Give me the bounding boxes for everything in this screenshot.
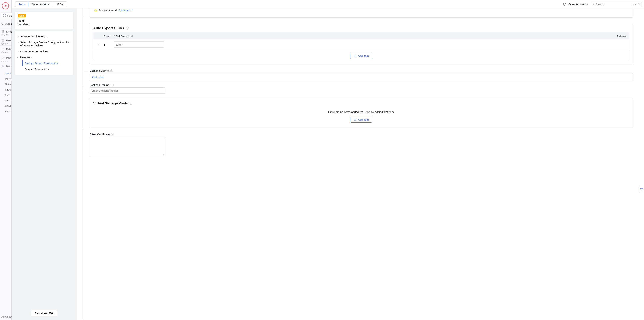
search-close-button[interactable] [638, 3, 640, 6]
bg-nav-item: Secr [5, 99, 11, 102]
nav-new-item[interactable]: New Item [16, 54, 72, 60]
info-icon[interactable]: i [126, 27, 129, 29]
grid-icon [3, 14, 6, 17]
add-item-label: Add Item [358, 54, 369, 57]
bg-section-label: Man [6, 65, 11, 68]
cancel-and-exit-button[interactable]: Cancel and Exit [31, 310, 57, 317]
bg-advanced-link: Advanced [2, 315, 13, 318]
add-pool-item-button[interactable]: Add Item [350, 117, 372, 123]
wrench-icon [2, 65, 5, 68]
backend-region-label: Backend Regioni [90, 83, 633, 86]
search-prev-button[interactable] [632, 3, 634, 6]
bg-section-sub: Site M [2, 34, 12, 36]
drag-icon [96, 43, 99, 46]
bg-selector-label: Sele [7, 14, 12, 17]
bg-section-sub: Overv [2, 60, 11, 62]
context-card: Edit Fleet greg-fleet [15, 11, 73, 29]
search-input[interactable] [596, 2, 630, 6]
bg-nav-item: Firew [5, 88, 11, 91]
svg-point-13 [3, 57, 4, 58]
svg-line-12 [3, 48, 4, 49]
virtual-storage-pools-panel: Virtual Storage Poolsi There are no item… [89, 98, 633, 128]
client-certificate-textarea[interactable] [89, 137, 165, 157]
empty-state-text: There are no items added yet. Start by a… [93, 108, 630, 114]
form-canvas: Not configured Configure Auto Export CID… [76, 8, 644, 320]
svg-line-15 [594, 4, 594, 5]
tab-json[interactable]: JSON [53, 1, 67, 7]
auto-export-cidrs-title: Auto Export CIDRsi [93, 26, 630, 30]
bg-nav-item: Site I [5, 72, 11, 75]
svg-rect-8 [4, 39, 4, 40]
svg-point-14 [593, 3, 594, 4]
globe-icon [2, 30, 5, 33]
nav-storage-configuration[interactable]: Storage Configuration [16, 33, 72, 39]
bg-nav-items: Site I Mana Netw Firew Exte Secr Servi A… [0, 72, 11, 113]
nav-storage-device-parameters[interactable]: Storage Device Parameters [22, 60, 72, 66]
svg-rect-7 [2, 39, 3, 40]
nav-list-of-storage-devices[interactable]: List of Storage Devices [16, 48, 72, 54]
chevron-right-icon [131, 9, 133, 11]
drag-handle[interactable] [96, 43, 104, 46]
svg-point-21 [98, 44, 98, 45]
reset-icon [563, 3, 566, 6]
col-prefix: *IPv4 Prefix List [114, 35, 610, 37]
tab-documentation[interactable]: Documentation [28, 1, 53, 7]
not-configured-label: Not configured [99, 9, 117, 12]
context-object-type: Fleet [18, 19, 70, 22]
search-icon [592, 3, 594, 6]
edit-badge: Edit [18, 14, 26, 17]
search-next-button[interactable] [635, 3, 637, 6]
configure-link[interactable]: Configure [118, 9, 133, 12]
context-object-name: greg-fleet [18, 23, 70, 26]
bg-section-label: Exte [6, 48, 12, 50]
plus-circle-icon [354, 54, 356, 57]
bg-section-label: Flee [6, 39, 11, 42]
svg-rect-1 [5, 14, 6, 15]
col-order: Order [104, 35, 114, 37]
bg-section-label: Man [6, 56, 11, 59]
svg-rect-2 [3, 16, 4, 17]
table-row: 1 [93, 39, 629, 50]
backend-region-input[interactable] [89, 87, 165, 94]
info-icon[interactable]: i [111, 133, 114, 136]
svg-point-20 [97, 44, 98, 45]
bg-nav-item: Netw [5, 83, 11, 86]
bg-app-title: Cloud a [2, 22, 13, 26]
add-cidr-item-button[interactable]: Add Item [350, 53, 372, 59]
svg-point-17 [96, 11, 96, 11]
bg-nav-item: Exte [5, 94, 11, 96]
ipv4-prefix-input[interactable] [114, 41, 164, 48]
fleet-icon [2, 39, 5, 42]
backend-labels-label: Backend Labelsi [90, 69, 633, 72]
svg-rect-3 [5, 16, 6, 17]
bg-nav-item: Servi [5, 104, 11, 107]
warning-icon [94, 8, 97, 12]
svg-point-19 [98, 44, 98, 44]
info-icon[interactable]: i [130, 102, 132, 105]
previous-panel: Not configured Configure [89, 8, 633, 18]
info-icon[interactable]: i [110, 69, 113, 72]
modal-toolbar: Form Documentation JSON Reset All Fields [12, 0, 644, 8]
svg-point-31 [641, 190, 642, 190]
gear-icon [2, 56, 5, 59]
help-icon [640, 188, 643, 191]
add-label-button[interactable]: Add Label [89, 73, 633, 81]
tab-form[interactable]: Form [15, 1, 28, 7]
plus-circle-icon [354, 118, 356, 121]
nav-select-storage-device-config[interactable]: Select Storage Device Configuration : Li… [16, 39, 72, 48]
help-tab[interactable] [638, 186, 644, 193]
row-order: 1 [104, 43, 114, 46]
client-certificate-label: Client Certificatei [90, 133, 633, 136]
svg-point-23 [98, 45, 98, 46]
edit-modal: Form Documentation JSON Reset All Fields… [12, 0, 644, 320]
bg-section-label: Sites [6, 30, 12, 33]
info-icon[interactable]: i [111, 84, 114, 86]
background-left-rail: f5 Sele Cloud a SitesSite M FleeOverv Ex… [0, 0, 12, 320]
f5-logo: f5 [2, 2, 9, 9]
search-box[interactable] [591, 1, 642, 7]
nav-generic-parameters[interactable]: Generic Parameters [22, 66, 72, 72]
bg-nav-item: Alert [5, 110, 11, 113]
reset-label: Reset All Fields [568, 3, 588, 6]
reset-all-fields-button[interactable]: Reset All Fields [563, 3, 588, 6]
virtual-storage-pools-title: Virtual Storage Poolsi [93, 101, 630, 105]
